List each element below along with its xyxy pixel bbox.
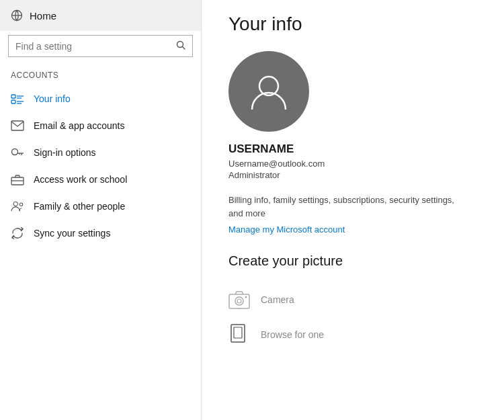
create-picture-title: Create your picture: [228, 253, 477, 269]
browse-icon: [228, 324, 250, 345]
briefcase-icon: [11, 173, 24, 186]
svg-point-23: [245, 296, 247, 298]
username: USERNAME: [228, 142, 477, 156]
svg-point-17: [13, 202, 17, 206]
sync-icon: [11, 226, 24, 240]
access-work-school-label: Access work or school: [34, 174, 127, 185]
sidebar-item-email-app-accounts[interactable]: Email & app accounts: [0, 112, 201, 139]
accounts-section-label: Accounts: [0, 68, 201, 85]
svg-line-3: [183, 47, 185, 50]
email-icon: [11, 119, 24, 132]
camera-option[interactable]: Camera: [228, 282, 477, 317]
sidebar-item-sign-in-options[interactable]: Sign-in options: [0, 139, 201, 166]
your-info-label: Your info: [34, 93, 71, 104]
key-icon: [11, 146, 24, 159]
home-label: Home: [30, 10, 56, 22]
home-icon: [11, 9, 23, 22]
browse-option[interactable]: Browse for one: [228, 317, 477, 352]
svg-point-22: [237, 299, 241, 303]
profile-avatar: [228, 51, 309, 132]
manage-microsoft-account-link[interactable]: Manage my Microsoft account: [228, 224, 345, 235]
email-app-accounts-label: Email & app accounts: [34, 120, 124, 131]
person-icon: [11, 92, 24, 106]
sidebar-item-family-other-people[interactable]: Family & other people: [0, 193, 201, 220]
family-other-people-label: Family & other people: [34, 201, 125, 212]
camera-label: Camera: [261, 294, 294, 305]
sync-settings-label: Sync your settings: [34, 228, 110, 239]
main-content: Your info USERNAME Username@outlook.com …: [202, 0, 504, 420]
camera-icon: [228, 289, 250, 310]
sidebar: Home Accounts Your info: [0, 0, 202, 420]
sidebar-item-home[interactable]: Home: [0, 0, 201, 31]
sidebar-item-your-info[interactable]: Your info: [0, 85, 201, 112]
sidebar-item-access-work-school[interactable]: Access work or school: [0, 166, 201, 193]
svg-point-18: [19, 203, 23, 206]
search-box: [8, 35, 193, 57]
page-title: Your info: [228, 13, 477, 35]
svg-rect-7: [11, 100, 15, 103]
user-email: Username@outlook.com: [228, 159, 477, 169]
search-input[interactable]: [9, 36, 169, 56]
svg-rect-4: [11, 95, 15, 98]
svg-point-21: [235, 297, 243, 305]
svg-rect-28: [234, 327, 242, 338]
sign-in-options-label: Sign-in options: [34, 147, 96, 158]
billing-text: Billing info, family settings, subscript…: [228, 194, 464, 220]
sidebar-item-sync-settings[interactable]: Sync your settings: [0, 220, 201, 247]
family-icon: [11, 200, 24, 213]
svg-rect-10: [11, 121, 24, 130]
svg-point-11: [12, 149, 18, 155]
browse-label: Browse for one: [261, 329, 324, 340]
search-button[interactable]: [169, 36, 192, 56]
user-role: Administrator: [228, 170, 477, 180]
